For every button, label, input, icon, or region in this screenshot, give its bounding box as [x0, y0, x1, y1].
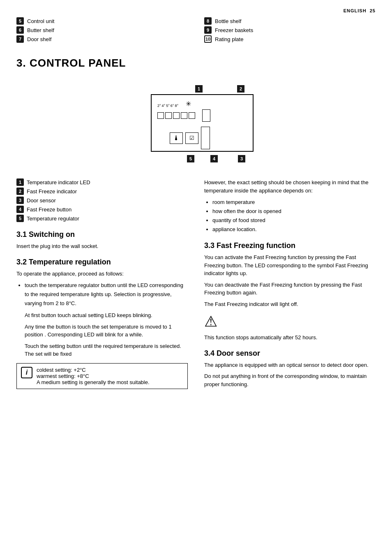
led-box-1: [157, 112, 164, 119]
callout-5: 5: [187, 155, 194, 162]
badge-6: 6: [16, 26, 24, 34]
badge-7: 7: [16, 35, 24, 43]
section-33-para3: The Fast Freezing indicator will light o…: [204, 300, 376, 308]
section-32-label: Temperature regulation: [29, 258, 111, 266]
section-32-num: 3.2: [16, 258, 27, 266]
item-10: 10 Rating plate: [204, 35, 376, 43]
legend-item-3: 3 Door sensor: [16, 197, 188, 204]
checkmark-btn[interactable]: ☑: [185, 132, 198, 144]
legend-badge-3: 3: [16, 197, 24, 204]
info-box-32: i coldest setting: +2°C warmest setting:…: [16, 363, 188, 389]
legend-item-5: 5 Temperature regulator: [16, 215, 188, 222]
section-31: 3.1 Switching on Insert the plug into th…: [16, 230, 188, 250]
legend-section: 1 Temperature indicator LED 2 Fast Freez…: [16, 178, 188, 222]
item-10-label: Rating plate: [215, 36, 243, 42]
legend-badge-2: 2: [16, 188, 24, 195]
temp-labels-row: 2° 4° 5° 6° 8° ✳: [157, 100, 247, 108]
callout-4: 4: [210, 155, 218, 162]
warning-triangle-icon: ⚠: [204, 313, 376, 330]
section-34: 3.4 Door sensor The appliance is equippe…: [204, 349, 376, 389]
temp-6: 6°: [171, 104, 174, 108]
freeze-led-box: [202, 109, 210, 122]
items-left-col: 5 Control unit 6 Butter shelf 7 Door she…: [16, 17, 188, 44]
section-32: 3.2 Temperature regulation To operate th…: [16, 258, 188, 389]
legend-label-2: Fast Freeze indicator: [27, 188, 77, 195]
legend-badge-1: 1: [16, 178, 24, 186]
legend-badge-4: 4: [16, 206, 24, 213]
tall-btn[interactable]: [201, 127, 210, 149]
callout-1: 1: [195, 85, 203, 93]
section-31-body: Insert the plug into the wall socket.: [16, 242, 188, 250]
legend-label-1: Temperature indicator LED: [27, 179, 90, 185]
left-col: 1 Temperature indicator LED 2 Fast Freez…: [16, 178, 188, 396]
section-34-para2: Do not put anything in front of the corr…: [204, 372, 376, 388]
badge-5: 5: [16, 17, 24, 25]
temp-2: 2°: [157, 104, 161, 108]
badge-10: 10: [204, 35, 212, 43]
right-bullet-3: appliance location.: [212, 225, 376, 234]
right-col: However, the exact setting should be cho…: [204, 178, 376, 396]
legend-label-5: Temperature regulator: [27, 215, 79, 222]
section-32-para1: At first button touch actual setting LED…: [25, 311, 188, 320]
section-34-para1: The appliance is equipped with an optica…: [204, 361, 376, 369]
items-right-col: 8 Bottle shelf 9 Freezer baskets 10 Rati…: [204, 17, 376, 44]
right-bullet-0: room temperature: [212, 198, 376, 207]
page-header: ENGLISH 25: [16, 8, 376, 13]
item-5-label: Control unit: [27, 18, 54, 24]
info-line2: warmest setting: +8°C: [37, 373, 89, 379]
item-6: 6 Butter shelf: [16, 26, 188, 34]
section-32-bullet1: touch the temperature regulator button u…: [25, 281, 188, 308]
callout-3: 3: [238, 155, 245, 162]
led-box-3: [173, 112, 180, 119]
right-bullet-2: quantity of food stored: [212, 216, 376, 225]
info-line3: A medium setting is generally the most s…: [37, 379, 150, 385]
right-bullet-1: how often the door is opened: [212, 207, 376, 216]
led-box-4: [181, 112, 187, 119]
section-34-title: 3.4 Door sensor: [204, 349, 376, 358]
section-34-label: Door sensor: [217, 349, 260, 357]
info-icon: i: [21, 367, 32, 378]
warning-block: ⚠ This function stops automatically afte…: [204, 313, 376, 342]
section-32-right-intro: However, the exact setting should be cho…: [204, 178, 376, 195]
item-8-label: Bottle shelf: [215, 18, 241, 24]
section3-heading: 3. CONTROL PANEL: [16, 57, 376, 70]
section-33-warning: This function stops automatically after …: [204, 334, 376, 342]
badge-9: 9: [204, 26, 212, 34]
section-31-title: 3.1 Switching on: [16, 230, 188, 239]
section-33-para1: You can activate the Fast Freezing funct…: [204, 253, 376, 278]
section-31-num: 3.1: [16, 230, 27, 239]
temp-8: 8°: [175, 104, 178, 108]
section-32-intro: To operate the appliance, proceed as fol…: [16, 270, 188, 278]
temp-4: 4°: [162, 104, 166, 108]
section-32-para2: Any time the button is touch the set tem…: [25, 323, 188, 339]
panel-box: 2° 4° 5° 6° 8° ✳ 🌡: [151, 94, 254, 152]
legend-badge-5: 5: [16, 215, 24, 222]
item-7-label: Door shelf: [27, 36, 51, 42]
section-31-label: Switching on: [29, 230, 75, 239]
section-33-num: 3.3: [204, 241, 214, 250]
temp-5: 5°: [166, 104, 170, 108]
item-7: 7 Door shelf: [16, 35, 188, 43]
thermometer-btn[interactable]: 🌡: [170, 132, 183, 144]
led-boxes-row: [157, 109, 247, 122]
legend-item-2: 2 Fast Freeze indicator: [16, 188, 188, 195]
item-9: 9 Freezer baskets: [204, 26, 376, 34]
section3-label: CONTROL PANEL: [30, 57, 126, 69]
section-32-right-bullets: room temperature how often the door is o…: [204, 198, 376, 234]
section-32-para3: Touch the setting button until the requi…: [25, 342, 188, 358]
items-list: 5 Control unit 6 Butter shelf 7 Door she…: [16, 17, 376, 44]
section-33-label: Fast Freezing function: [217, 241, 295, 250]
buttons-row: 🌡 ☑: [157, 127, 247, 149]
item-5: 5 Control unit: [16, 17, 188, 25]
led-box-5: [189, 112, 195, 119]
legend-label-3: Door sensor: [27, 197, 56, 204]
led-box-2: [165, 112, 172, 119]
section3-num: 3.: [16, 57, 26, 69]
language-label: ENGLISH: [344, 8, 367, 13]
info-line1: coldest setting: +2°C: [37, 367, 86, 373]
section-32-bullets: touch the temperature regulator button u…: [16, 281, 188, 308]
item-8: 8 Bottle shelf: [204, 17, 376, 25]
legend-item-1: 1 Temperature indicator LED: [16, 178, 188, 186]
section-33-title: 3.3 Fast Freezing function: [204, 241, 376, 250]
snowflake-icon: ✳: [186, 100, 191, 108]
